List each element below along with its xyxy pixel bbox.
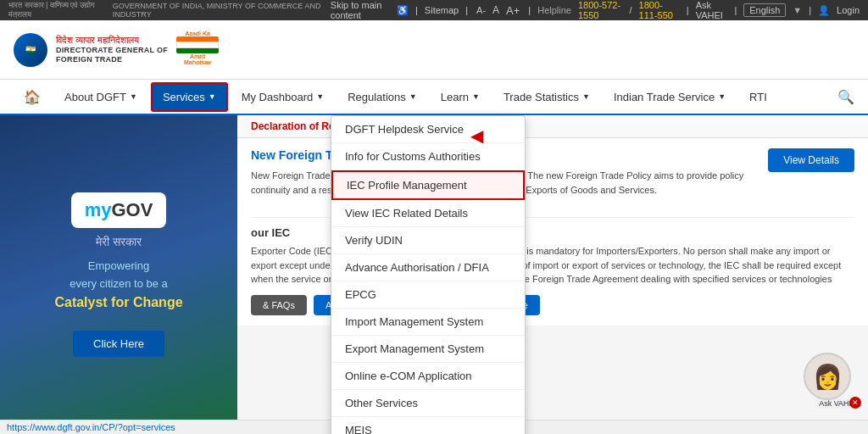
dropdown-item-meis[interactable]: MEIS [331,417,525,434]
ask-vahei-link[interactable]: Ask VAHEI [696,0,728,20]
nav-bar: 🏠 About DGFT ▼ Services ▼ My Dashboard ▼… [0,80,868,115]
font-normal[interactable]: A [491,4,501,16]
nav-rti[interactable]: RTI [739,84,777,110]
sitemap-link[interactable]: Sitemap [425,5,459,15]
org-name-block: विदेश व्यापार महानिदेशालय DIRECTORATE GE… [56,35,168,64]
nav-services[interactable]: Services ▼ [151,82,228,112]
helpline1: 1800-572-1550 [578,0,623,20]
dropdown-item-customs[interactable]: Info for Customs Authorities [331,143,525,170]
dropdown-item-view-iec[interactable]: View IEC Related Details [331,200,525,227]
header: 🇮🇳 विदेश व्यापार महानिदेशालय DIRECTORATE… [0,20,868,80]
nav-home[interactable]: 🏠 [14,82,51,112]
dropdown-item-other[interactable]: Other Services [331,390,525,417]
click-here-button[interactable]: Click Here [73,331,164,357]
nav-dashboard[interactable]: My Dashboard ▼ [231,84,334,110]
close-vahei-button[interactable]: ✕ [849,397,861,409]
tagline-bold: Catalyst for Change [54,295,182,310]
dropdown-item-iec[interactable]: IEC Profile Management [331,170,525,200]
vahei-avatar[interactable]: 👩 [804,353,851,400]
helpline-label: Helpline [537,5,571,15]
about-caret: ▼ [130,92,137,101]
font-controls: A- A A+ [475,4,521,17]
org-full: DIRECTORATE GENERAL OF [56,46,168,55]
font-decrease[interactable]: A- [475,5,487,15]
tricolor [176,36,219,53]
status-url: https://www.dgft.gov.in/CP/?opt=services [7,422,175,432]
language-button[interactable]: English [743,3,786,17]
dropdown-item-udin[interactable]: Verify UDIN [331,227,525,254]
nav-indian-trade[interactable]: Indian Trade Service ▼ [604,84,736,110]
divider: | [415,5,418,15]
govt-ministry: GOVERNMENT OF INDIA, MINISTRY OF COMMERC… [113,2,331,19]
dropdown-item-advance-auth[interactable]: Advance Authorisation / DFIA [331,254,525,281]
azadi-text: Azadi Ka [176,31,219,36]
top-bar-right: Skip to main content ♿ | Sitemap | A- A … [331,0,860,20]
govt-emblem: 🇮🇳 [14,33,47,67]
vahei-container: 👩 ✕ Ask VAHEI [815,397,860,409]
amrit-text: Amrit Mahotsav [176,53,219,65]
divider4: / [630,5,632,15]
nav-trade-stats[interactable]: Trade Statistics ▼ [493,84,600,110]
azadi-logo: Azadi Ka Amrit Mahotsav [176,31,219,69]
top-bar-left: भारत सरकार | वाणिज्य एवं उद्योग मंत्रालय… [8,1,331,19]
lang-caret: ▼ [793,5,802,15]
tagline-line2: every citizen to be a [70,277,168,290]
dropdown-item-epcg[interactable]: EPCG [331,281,525,309]
trade-stats-caret: ▼ [582,92,590,101]
top-bar: भारत सरकार | वाणिज्य एवं उद्योग मंत्रालय… [0,0,868,20]
left-panel: myGOV मेरी सरकार Empowering every citize… [0,115,237,434]
my-text: my [85,199,112,220]
font-increase[interactable]: A+ [504,4,521,17]
services-dropdown: DGFT Helpdesk Service Info for Customs A… [331,115,526,434]
learn-caret: ▼ [472,92,480,101]
nav-search-icon[interactable]: 🔍 [837,89,854,105]
helpline2: 1800-111-550 [639,0,680,20]
white-stripe [176,42,219,48]
divider7: | [809,5,811,15]
view-details-button[interactable]: View Details [768,148,854,172]
accessibility-icon: ♿ [397,5,409,16]
divider5: | [687,5,689,15]
logo-section: 🇮🇳 विदेश व्यापार महानिदेशालय DIRECTORATE… [14,31,219,69]
hindi-name: विदेश व्यापार महानिदेशालय [56,35,168,46]
red-arrow-indicator: ◀ [470,125,483,146]
divider3: | [528,5,531,15]
dropdown-item-export[interactable]: Export Management System [331,336,525,363]
nav-learn[interactable]: Learn ▼ [431,84,490,110]
services-caret: ▼ [209,92,216,101]
dropdown-item-ecom[interactable]: Online e-COM Application [331,363,525,390]
login-link[interactable]: Login [837,5,860,15]
dropdown-item-helpdesk[interactable]: DGFT Helpdesk Service [331,116,525,143]
dropdown-item-import[interactable]: Import Management System [331,309,525,336]
indian-trade-caret: ▼ [718,92,726,101]
org-name: FOREIGN TRADE [56,55,168,64]
login-icon: 👤 [818,5,830,16]
nav-regulations[interactable]: Regulations ▼ [337,84,427,110]
gov-text: GOV [111,199,153,220]
divider2: | [465,5,468,15]
dashboard-caret: ▼ [316,92,324,101]
iec-faqs-button[interactable]: & FAQs [251,295,307,315]
tagline-line1: Empowering [88,259,149,272]
skip-link[interactable]: Skip to main content [331,0,390,20]
nav-about[interactable]: About DGFT ▼ [54,84,147,110]
mygov-logo: myGOV [71,192,167,228]
regulations-caret: ▼ [409,92,417,101]
govt-logo-text: भारत सरकार | वाणिज्य एवं उद्योग मंत्रालय [8,1,106,19]
divider6: | [734,5,737,15]
mygov-hindi: मेरी सरकार [96,235,142,249]
